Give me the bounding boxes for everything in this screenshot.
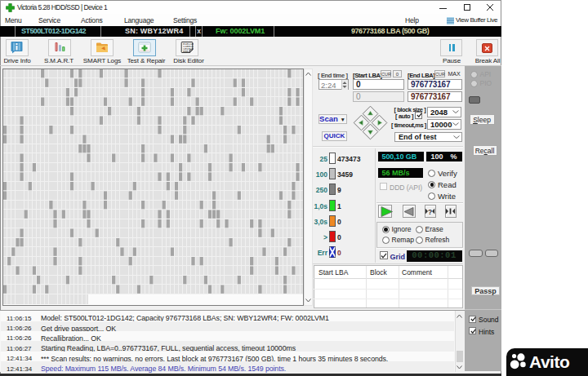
svg-text:?: ? [428, 208, 432, 215]
svg-text:0001: 0001 [183, 50, 190, 53]
